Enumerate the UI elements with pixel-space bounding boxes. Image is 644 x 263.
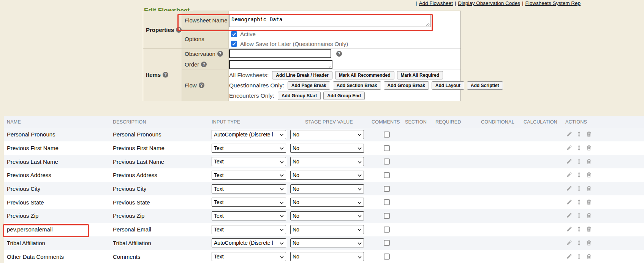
help-icon[interactable]: ? bbox=[201, 62, 207, 67]
add-section-break-button[interactable]: Add Section Break bbox=[333, 81, 381, 90]
stage-prev-value-select[interactable]: No bbox=[290, 252, 364, 261]
checkbox-checked-icon[interactable] bbox=[231, 31, 237, 37]
nav-link-flowsheets-system-rep[interactable]: Flowsheets System Rep bbox=[525, 0, 581, 6]
comments-checkbox[interactable] bbox=[384, 227, 390, 233]
input-type-select[interactable]: Text bbox=[212, 144, 286, 153]
add-scriptlet-button[interactable]: Add Scriptlet bbox=[467, 81, 503, 90]
add-page-break-button[interactable]: Add Page Break bbox=[288, 81, 330, 90]
reorder-updown-icon[interactable] bbox=[576, 240, 582, 246]
stage-prev-value-select[interactable]: No bbox=[290, 184, 364, 193]
edit-pencil-icon[interactable] bbox=[566, 145, 573, 151]
resize-grip-icon[interactable] bbox=[328, 64, 331, 68]
add-group-start-button[interactable]: Add Group Start bbox=[278, 92, 321, 100]
add-line-break-header-button[interactable]: Add Line Break / Header bbox=[272, 71, 332, 79]
comments-checkbox[interactable] bbox=[384, 240, 390, 246]
delete-trash-icon[interactable] bbox=[586, 131, 592, 138]
chevron-down-icon bbox=[358, 161, 362, 163]
edit-pencil-icon[interactable] bbox=[566, 212, 573, 219]
reorder-updown-icon[interactable] bbox=[576, 145, 582, 151]
delete-trash-icon[interactable] bbox=[586, 240, 592, 246]
input-type-select[interactable]: Text bbox=[212, 252, 286, 261]
delete-trash-icon[interactable] bbox=[586, 226, 592, 233]
input-type-select[interactable]: Text bbox=[212, 157, 286, 166]
reorder-updown-icon[interactable] bbox=[576, 226, 582, 233]
help-icon[interactable]: ? bbox=[336, 51, 342, 57]
comments-checkbox[interactable] bbox=[384, 186, 390, 192]
input-type-select[interactable]: Text bbox=[212, 184, 286, 193]
chevron-down-icon bbox=[280, 174, 284, 177]
comments-checkbox[interactable] bbox=[384, 199, 390, 205]
item-description: Personal Pronouns bbox=[113, 131, 161, 138]
delete-trash-icon[interactable] bbox=[586, 199, 592, 206]
reorder-updown-icon[interactable] bbox=[576, 131, 582, 138]
input-type-select[interactable]: Text bbox=[212, 171, 286, 180]
edit-pencil-icon[interactable] bbox=[566, 172, 573, 178]
edit-pencil-icon[interactable] bbox=[566, 199, 573, 206]
add-group-break-button[interactable]: Add Group Break bbox=[384, 81, 429, 90]
comments-checkbox[interactable] bbox=[384, 132, 390, 138]
comments-checkbox[interactable] bbox=[384, 213, 390, 219]
edit-pencil-icon[interactable] bbox=[566, 185, 573, 192]
flowsheet-name-input[interactable]: Demographic Data bbox=[229, 15, 430, 27]
stage-prev-value-select[interactable]: No bbox=[290, 198, 364, 207]
help-icon[interactable]: ? bbox=[217, 51, 223, 57]
help-icon[interactable]: ? bbox=[176, 27, 182, 33]
reorder-updown-icon[interactable] bbox=[576, 253, 582, 260]
mark-all-required-button[interactable]: Mark All Required bbox=[397, 71, 443, 79]
edit-pencil-icon[interactable] bbox=[566, 253, 573, 260]
add-group-end-button[interactable]: Add Group End bbox=[323, 92, 365, 100]
options-label-text: Options bbox=[185, 36, 204, 42]
checkbox-checked-icon[interactable] bbox=[231, 41, 237, 47]
reorder-updown-icon[interactable] bbox=[576, 185, 582, 192]
stage-prev-value-select[interactable]: No bbox=[290, 238, 364, 247]
edit-pencil-icon[interactable] bbox=[566, 158, 573, 165]
mark-all-recommended-button[interactable]: Mark All Recommended bbox=[335, 71, 394, 79]
stage-prev-value-select[interactable]: No bbox=[290, 171, 364, 180]
delete-trash-icon[interactable] bbox=[586, 212, 592, 219]
delete-trash-icon[interactable] bbox=[586, 145, 592, 151]
add-layout-button[interactable]: Add Layout bbox=[432, 81, 464, 90]
input-type-select[interactable]: Text bbox=[212, 198, 286, 207]
stage-prev-value-select[interactable]: No bbox=[290, 144, 364, 153]
input-type-select[interactable]: Text bbox=[212, 225, 286, 234]
edit-pencil-icon[interactable] bbox=[566, 226, 573, 233]
observation-input[interactable] bbox=[229, 49, 331, 58]
edit-pencil-icon[interactable] bbox=[566, 131, 573, 138]
nav-link-display-observation-codes[interactable]: Display Observation Codes bbox=[458, 0, 520, 6]
reorder-updown-icon[interactable] bbox=[576, 199, 582, 206]
item-name: Previous Address bbox=[7, 172, 51, 178]
comments-checkbox[interactable] bbox=[384, 158, 390, 165]
order-input[interactable] bbox=[229, 60, 332, 69]
delete-trash-icon[interactable] bbox=[586, 172, 592, 178]
input-type-select[interactable]: AutoComplete (Discrete l bbox=[212, 130, 286, 139]
input-type-value: Text bbox=[214, 158, 224, 165]
options-field-cell: ActiveAllow Save for Later (Questionnair… bbox=[228, 29, 460, 48]
comments-checkbox[interactable] bbox=[384, 172, 390, 178]
edit-pencil-icon[interactable] bbox=[566, 240, 573, 246]
flow-group-label: Encounters Only: bbox=[229, 92, 274, 99]
help-icon[interactable]: ? bbox=[163, 72, 168, 78]
stage-prev-value-select[interactable]: No bbox=[290, 211, 364, 220]
input-type-value: Text bbox=[214, 186, 224, 192]
table-body: Personal Pronouns Personal Pronouns Auto… bbox=[4, 128, 644, 263]
order-label-text: Order bbox=[185, 61, 199, 68]
delete-trash-icon[interactable] bbox=[586, 185, 592, 192]
resize-grip-icon[interactable] bbox=[426, 22, 430, 26]
flowsheet-name-label-text: Flowsheet Name bbox=[185, 17, 228, 24]
nav-link-add-flowsheet[interactable]: Add Flowsheet bbox=[419, 0, 453, 6]
comments-checkbox[interactable] bbox=[384, 253, 390, 260]
help-icon[interactable]: ? bbox=[199, 82, 204, 88]
reorder-updown-icon[interactable] bbox=[576, 158, 582, 165]
input-type-select[interactable]: Text bbox=[212, 211, 286, 220]
stage-prev-value-select[interactable]: No bbox=[290, 130, 364, 139]
comments-checkbox[interactable] bbox=[384, 145, 390, 151]
input-type-select[interactable]: AutoComplete (Discrete l bbox=[212, 238, 286, 247]
stage-prev-value-select[interactable]: No bbox=[290, 157, 364, 166]
delete-trash-icon[interactable] bbox=[586, 158, 592, 165]
stage-prev-value: No bbox=[293, 213, 299, 219]
stage-prev-value-select[interactable]: No bbox=[290, 225, 364, 234]
reorder-updown-icon[interactable] bbox=[576, 172, 582, 178]
table-row: Tribal Affiliation Tribal Affiliation Au… bbox=[4, 236, 644, 250]
reorder-updown-icon[interactable] bbox=[576, 212, 582, 219]
delete-trash-icon[interactable] bbox=[586, 253, 592, 260]
